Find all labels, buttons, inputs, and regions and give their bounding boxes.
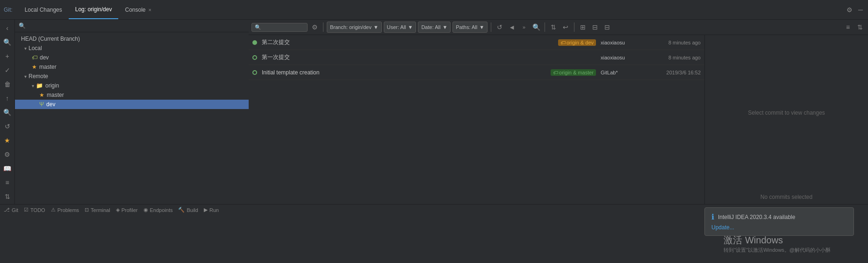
profiler-label: Profiler	[122, 207, 138, 213]
app-label: Git:	[4, 7, 13, 13]
graph-search-box: 🔍	[251, 23, 308, 32]
separator3	[545, 22, 545, 32]
tree-item-remote[interactable]: ▾ Remote	[15, 72, 249, 81]
sort-icon[interactable]: ≡	[1, 176, 14, 189]
master-local-label: master	[39, 64, 57, 70]
dev-remote-label: dev	[46, 101, 55, 108]
commit-icon[interactable]: ✓	[1, 64, 14, 77]
notification-box: ℹ IntelliJ IDEA 2020.3.4 available Updat…	[704, 207, 854, 236]
watermark-line2: 转到"设置"以激活Windows。@解代码的小小酥	[724, 247, 831, 254]
tab-log-origin-dev[interactable]: Log: origin/dev	[69, 0, 119, 19]
status-terminal[interactable]: ⊡ Terminal	[85, 207, 110, 213]
paths-filter-label: Paths: All	[456, 24, 477, 30]
tab-console[interactable]: Console ×	[118, 0, 158, 19]
back-icon[interactable]: ‹	[1, 22, 14, 35]
right-align-icon[interactable]: ≡	[843, 22, 853, 32]
search4-icon[interactable]: 🔍	[531, 22, 541, 32]
tree-item-origin[interactable]: ▾ 📁 origin	[15, 81, 249, 90]
sort2-icon[interactable]: ⇅	[1, 190, 14, 203]
graph-search-icon: 🔍	[255, 24, 261, 30]
branch-filter-btn[interactable]: Branch: origin/dev ▼	[327, 22, 382, 33]
status-todo[interactable]: ☑ TODO	[24, 207, 45, 213]
branch-search-input[interactable]	[29, 22, 245, 29]
tag-icon: 🏷	[32, 54, 37, 61]
status-endpoints[interactable]: ◉ Endpoints	[143, 207, 173, 213]
remote-arrow: ▾	[24, 74, 27, 79]
terminal-icon: ⊡	[85, 207, 89, 213]
branch-tree: HEAD (Current Branch) ▾ Local 🏷 dev ★ ma…	[15, 32, 249, 204]
graph-search-input[interactable]	[263, 24, 304, 30]
paths-filter-btn[interactable]: Paths: All ▼	[452, 22, 488, 33]
main-content: ‹ 🔍 + ✓ 🗑 ↑ 🔍 ↺ ★ ⚙ 📖 ≡ ⇅ 🔍 HE	[0, 20, 868, 204]
undo-icon[interactable]: ↩	[560, 22, 571, 32]
book-icon[interactable]: 📖	[1, 162, 14, 175]
refresh-icon[interactable]: ↺	[495, 22, 505, 32]
separator2	[491, 22, 491, 32]
local-arrow: ▾	[24, 46, 27, 51]
status-build[interactable]: 🔨 Build	[178, 207, 198, 213]
no-commits-label: No commits selected	[705, 190, 868, 204]
tree-item-master-remote[interactable]: ★ master	[15, 90, 249, 100]
delete-icon[interactable]: 🗑	[1, 78, 14, 91]
profiler-icon: ◈	[116, 207, 120, 213]
tree-item-local[interactable]: ▾ Local	[15, 44, 249, 53]
windows-watermark: 激活 Windows 转到"设置"以激活Windows。@解代码的小小酥	[724, 234, 831, 254]
run-icon: ▶	[204, 207, 208, 213]
branch-filter-label: Branch: origin/dev	[330, 24, 372, 30]
notification-icon: ℹ	[711, 212, 714, 221]
grid-icon[interactable]: ⊞	[578, 22, 588, 32]
tree-item-dev-remote[interactable]: Ψ dev	[15, 100, 249, 109]
build-icon: 🔨	[178, 207, 185, 213]
status-run[interactable]: ▶ Run	[204, 207, 219, 213]
paths-filter-dropdown: ▼	[479, 24, 484, 30]
commit-row[interactable]: Initial template creation 🏷 origin & mas…	[249, 65, 704, 80]
tab-local-changes[interactable]: Local Changes	[18, 0, 69, 19]
status-problems[interactable]: ⚠ Problems	[51, 207, 79, 213]
sync-icon[interactable]: ↺	[1, 120, 14, 133]
arrow-updown-icon[interactable]: ⇅	[548, 22, 559, 32]
master-star-icon: ★	[39, 92, 44, 98]
commit-message: 第一次提交	[262, 53, 591, 61]
graph-content: 第二次提交 🏷 origin & dev xiaoxiaosu 8 minute…	[249, 35, 868, 204]
star-icon: ★	[32, 64, 37, 70]
back-arrow-icon[interactable]: ◀	[507, 22, 517, 32]
branch-search: 🔍	[15, 20, 249, 32]
status-git[interactable]: ⎇ Git	[4, 207, 18, 213]
folder-icon: 📁	[36, 82, 43, 89]
commit-list: 第二次提交 🏷 origin & dev xiaoxiaosu 8 minute…	[249, 35, 704, 204]
user-filter-label: User: All	[387, 24, 406, 30]
todo-icon: ☑	[24, 207, 29, 213]
todo-label: TODO	[30, 207, 45, 213]
tree-item-head[interactable]: HEAD (Current Branch)	[15, 34, 249, 44]
minimize-icon[interactable]: ─	[857, 6, 864, 14]
status-profiler[interactable]: ◈ Profiler	[116, 207, 138, 213]
settings-icon[interactable]: ⚙	[1, 148, 14, 161]
separator4	[574, 22, 574, 32]
user-filter-btn[interactable]: User: All ▼	[384, 22, 416, 33]
settings-icon[interactable]: ⚙	[846, 6, 853, 14]
tag-icon: 🏷	[553, 70, 558, 75]
more-icon[interactable]: »	[519, 22, 529, 32]
commit-row[interactable]: 第一次提交 xiaoxiaosu 8 minutes ago	[249, 50, 704, 65]
console-close-icon[interactable]: ×	[149, 7, 151, 13]
tag-badge-origin-dev: 🏷 origin & dev	[558, 39, 596, 46]
git-label: Git	[12, 207, 18, 213]
right-align2-icon[interactable]: ⇅	[855, 22, 865, 32]
commit-author: xiaoxiaosu	[601, 55, 643, 60]
tree-item-master-local[interactable]: ★ master	[15, 62, 249, 72]
tree-item-dev-local[interactable]: 🏷 dev	[15, 53, 249, 62]
separator1	[323, 22, 323, 32]
endpoints-icon: ◉	[143, 207, 148, 213]
notification-update-link[interactable]: Update...	[711, 224, 734, 231]
star-icon[interactable]: ★	[1, 134, 14, 147]
add-icon[interactable]: +	[1, 50, 14, 63]
search-icon[interactable]: 🔍	[1, 36, 14, 49]
filter-icon[interactable]: ⊟	[590, 22, 600, 32]
date-filter-btn[interactable]: Date: All ▼	[418, 22, 451, 33]
columns-icon[interactable]: ⊟	[602, 22, 612, 32]
date-filter-label: Date: All	[421, 24, 440, 30]
push-icon[interactable]: ↑	[1, 92, 14, 105]
search2-icon[interactable]: 🔍	[1, 106, 14, 119]
commit-row[interactable]: 第二次提交 🏷 origin & dev xiaoxiaosu 8 minute…	[249, 35, 704, 50]
settings-gear-icon[interactable]: ⚙	[309, 22, 320, 32]
